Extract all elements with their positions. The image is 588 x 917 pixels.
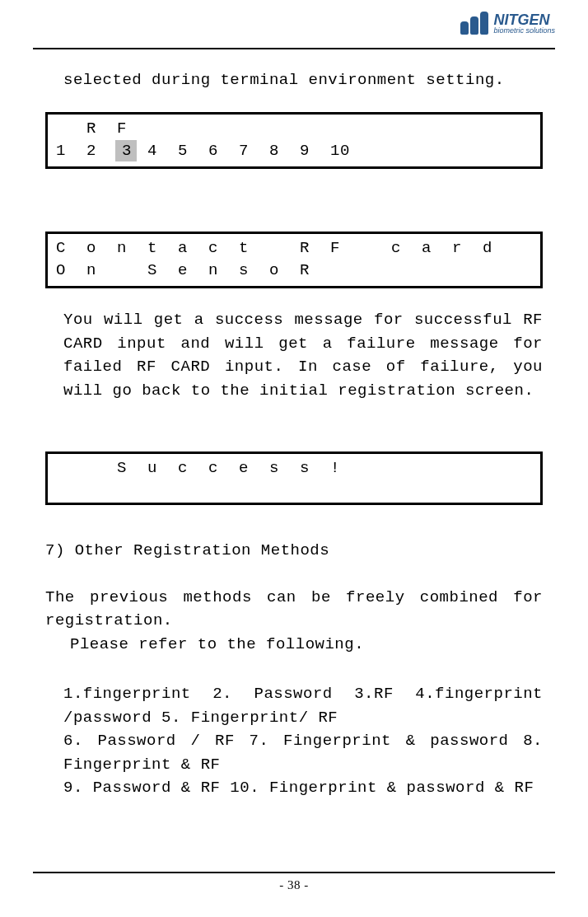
- lcd-cell: [237, 118, 268, 140]
- lcd-cell: [115, 260, 146, 282]
- page-header: NITGEN biometric solutions: [33, 0, 555, 49]
- lcd-cell: s: [268, 457, 298, 480]
- lcd-cell: c: [390, 237, 420, 260]
- lcd-cell: c: [207, 457, 237, 480]
- lcd-cell: O: [54, 260, 85, 282]
- lcd-cell: [207, 118, 237, 140]
- lcd-cell: [390, 260, 420, 282]
- logo-title: NITGEN: [493, 12, 555, 27]
- lcd-cell: [146, 118, 176, 140]
- lcd-cell: F: [329, 237, 359, 260]
- para-line: The previous methods can be freely combi…: [45, 588, 543, 630]
- lcd-cell: 5: [176, 140, 207, 162]
- lcd-cell: d: [481, 237, 511, 260]
- lcd-cell: s: [237, 260, 268, 282]
- para-line: 6. Password / RF 7. Fingerprint & passwo…: [63, 732, 543, 774]
- lcd-cell: a: [176, 237, 207, 260]
- lcd-cell: [420, 260, 450, 282]
- lcd-cell: S: [146, 260, 176, 282]
- logo: NITGEN biometric solutions: [460, 12, 555, 35]
- lcd-row: Success!: [54, 457, 534, 480]
- lcd-cell: F: [115, 118, 146, 140]
- lcd-cell: [329, 260, 359, 282]
- lcd-box-rf-select: RF 12345678910: [45, 112, 543, 169]
- page-footer: - 38 -: [33, 872, 555, 892]
- lcd-row: RF: [54, 118, 534, 140]
- lcd-cell: o: [268, 260, 298, 282]
- lcd-cell: [298, 118, 329, 140]
- lcd-cell: s: [298, 457, 329, 480]
- lcd-cell: 9: [298, 140, 329, 162]
- lcd-cell: n: [207, 260, 237, 282]
- lcd-cell: 2: [85, 140, 115, 162]
- lcd-cell: 6: [207, 140, 237, 162]
- lcd-cell: [450, 260, 481, 282]
- lcd-cell: S: [115, 457, 146, 480]
- lcd-box-success: Success!: [45, 451, 543, 505]
- lcd-cell: 1: [54, 140, 85, 162]
- lcd-cell: [176, 118, 207, 140]
- page-number: - 38 -: [279, 878, 309, 891]
- lcd-row: 12345678910: [54, 140, 534, 162]
- lcd-cell: [390, 457, 420, 480]
- para-line: 9. Password & RF 10. Fingerprint & passw…: [63, 779, 534, 797]
- lcd-cell: R: [85, 118, 115, 140]
- lcd-row: OnSensoR: [54, 260, 534, 282]
- section-title: 7) Other Registration Methods: [45, 541, 543, 559]
- lcd-row: ContactRFcard: [54, 237, 534, 260]
- lcd-cell: R: [298, 237, 329, 260]
- lcd-cell: R: [298, 260, 329, 282]
- lcd-cell: [359, 260, 390, 282]
- lcd-cell: [359, 457, 390, 480]
- lcd-cell: [481, 457, 511, 480]
- lcd-cell: !: [329, 457, 359, 480]
- lcd-cell: t: [146, 237, 176, 260]
- lcd-cell: [54, 457, 85, 480]
- lcd-cell: 7: [237, 140, 268, 162]
- lcd-cell: [268, 118, 298, 140]
- lcd-box-contact: ContactRFcard OnSensoR: [45, 232, 543, 288]
- lcd-cell: a: [420, 237, 450, 260]
- page-content: selected during terminal environment set…: [0, 71, 588, 800]
- lcd-cell: r: [450, 237, 481, 260]
- lcd-cell: 10: [329, 140, 359, 162]
- lcd-cell: [481, 260, 511, 282]
- intro-text: selected during terminal environment set…: [63, 71, 543, 89]
- logo-subtitle: biometric solutions: [493, 27, 555, 35]
- lcd-cell: [85, 457, 115, 480]
- lcd-cell: c: [207, 237, 237, 260]
- lcd-cell: [420, 457, 450, 480]
- lcd-cell: [450, 457, 481, 480]
- success-paragraph: You will get a success message for succe…: [63, 308, 543, 402]
- lcd-cell: t: [237, 237, 268, 260]
- lcd-cell: [329, 118, 359, 140]
- para-line: Please refer to the following.: [70, 635, 364, 653]
- lcd-cell: 3: [115, 140, 137, 162]
- lcd-cell: e: [176, 260, 207, 282]
- lcd-cell: [359, 237, 390, 260]
- lcd-cell: [54, 118, 85, 140]
- lcd-cell: u: [146, 457, 176, 480]
- combine-paragraph: The previous methods can be freely combi…: [45, 586, 543, 657]
- lcd-cell: C: [54, 237, 85, 260]
- lcd-cell: n: [85, 260, 115, 282]
- lcd-cell: 8: [268, 140, 298, 162]
- methods-list: 1.fingerprint 2. Password 3.RF 4.fingerp…: [63, 682, 543, 800]
- logo-bars-icon: [460, 12, 488, 35]
- lcd-cell: [268, 237, 298, 260]
- lcd-cell: c: [176, 457, 207, 480]
- para-line: 1.fingerprint 2. Password 3.RF 4.fingerp…: [63, 685, 543, 727]
- lcd-cell: e: [237, 457, 268, 480]
- lcd-cell: o: [85, 237, 115, 260]
- lcd-cell: 4: [146, 140, 176, 162]
- lcd-cell: n: [115, 237, 146, 260]
